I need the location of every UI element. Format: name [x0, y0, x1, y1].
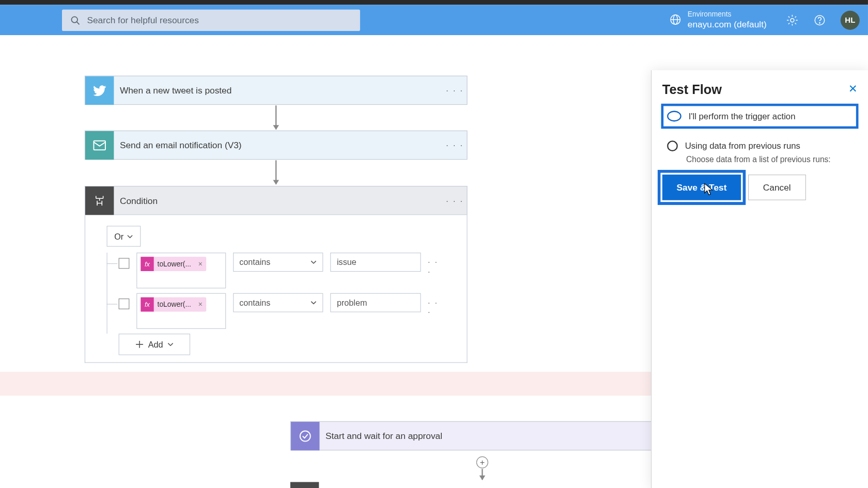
- svg-rect-8: [94, 140, 105, 149]
- condition-row: fx toLower(... × contains problem · · ·: [113, 293, 445, 329]
- trigger-card[interactable]: When a new tweet is posted · · ·: [85, 76, 468, 105]
- action-card-approval[interactable]: Start and wait for an approval: [290, 421, 673, 451]
- test-option-manual[interactable]: I'll perform the trigger action: [662, 105, 857, 128]
- chevron-down-icon: [127, 234, 133, 238]
- add-step-button[interactable]: +: [476, 456, 488, 468]
- value-input[interactable]: problem: [330, 293, 421, 312]
- user-avatar[interactable]: HL: [841, 10, 860, 29]
- search-icon: [70, 15, 80, 24]
- svg-line-1: [77, 22, 80, 24]
- group-operator-dropdown[interactable]: Or: [107, 226, 141, 246]
- action-card-email[interactable]: Send an email notification (V3) · · ·: [85, 131, 468, 160]
- environment-label: Environments: [688, 10, 767, 19]
- add-row-button[interactable]: Add: [119, 334, 190, 355]
- condition-icon: [290, 482, 319, 488]
- help-icon: [814, 14, 826, 26]
- row-checkbox[interactable]: [119, 298, 130, 309]
- test-option-previous[interactable]: Using data from previous runs: [662, 135, 857, 158]
- card-menu[interactable]: · · ·: [443, 140, 467, 150]
- operator-select[interactable]: contains: [233, 253, 323, 272]
- plus-icon: [135, 340, 143, 349]
- condition-row: fx toLower(... × contains issue · · ·: [113, 253, 445, 288]
- svg-point-9: [300, 431, 311, 441]
- fx-icon: fx: [141, 297, 153, 312]
- card-menu[interactable]: · · ·: [443, 86, 467, 95]
- value-input[interactable]: issue: [330, 253, 421, 272]
- chevron-down-icon: [168, 342, 174, 346]
- approval-title: Start and wait for an approval: [319, 431, 672, 441]
- condition-header[interactable]: Condition · · ·: [85, 186, 468, 215]
- panel-title: Test Flow: [662, 82, 857, 98]
- chevron-down-icon: [311, 301, 317, 305]
- action-title: Send an email notification (V3): [114, 140, 443, 150]
- help-button[interactable]: [810, 10, 830, 30]
- svg-point-7: [819, 22, 820, 23]
- condition-icon: [85, 186, 114, 215]
- svg-point-5: [791, 18, 794, 22]
- flow-arrow: [482, 469, 483, 480]
- expression-pill: fx toLower(... ×: [141, 297, 206, 312]
- condition-body: Or fx toLower(... × contains: [85, 215, 468, 363]
- environment-value: enayu.com (default): [688, 19, 767, 30]
- row-menu[interactable]: · · ·: [428, 298, 445, 317]
- remove-token[interactable]: ×: [195, 301, 206, 309]
- environment-picker[interactable]: Environments enayu.com (default): [670, 10, 767, 29]
- fx-icon: fx: [141, 257, 153, 271]
- search-input[interactable]: Search for helpful resources: [62, 9, 360, 31]
- expression-input[interactable]: fx toLower(... ×: [136, 253, 226, 288]
- flow-arrow: [275, 105, 276, 129]
- cancel-button[interactable]: Cancel: [748, 175, 806, 200]
- expression-input[interactable]: fx toLower(... ×: [136, 293, 226, 329]
- chevron-down-icon: [311, 260, 317, 264]
- row-menu[interactable]: · · ·: [428, 257, 445, 276]
- condition-title: Condition: [114, 195, 443, 206]
- expression-pill: fx toLower(... ×: [141, 257, 206, 271]
- flow-arrow: [275, 160, 276, 184]
- svg-point-0: [71, 17, 78, 23]
- save-and-test-button[interactable]: Save & Test: [662, 175, 741, 200]
- environment-icon: [670, 14, 681, 26]
- test-flow-panel: Test Flow ✕ I'll perform the trigger act…: [651, 70, 868, 488]
- card-menu[interactable]: · · ·: [443, 196, 467, 205]
- remove-token[interactable]: ×: [195, 260, 206, 268]
- gear-icon: [786, 14, 798, 26]
- approval-icon: [291, 421, 319, 450]
- operator-select[interactable]: contains: [233, 293, 323, 312]
- row-checkbox[interactable]: [119, 258, 130, 269]
- mail-icon: [85, 131, 114, 159]
- settings-button[interactable]: [782, 10, 802, 30]
- option-subtext: Choose data from a list of previous runs…: [686, 155, 857, 164]
- radio-selected[interactable]: [667, 111, 681, 122]
- search-placeholder: Search for helpful resources: [87, 15, 198, 25]
- twitter-icon: [85, 76, 114, 104]
- close-button[interactable]: ✕: [848, 82, 857, 95]
- app-header: Search for helpful resources Environment…: [0, 5, 868, 35]
- trigger-title: When a new tweet is posted: [114, 85, 443, 96]
- radio-unselected[interactable]: [667, 140, 678, 151]
